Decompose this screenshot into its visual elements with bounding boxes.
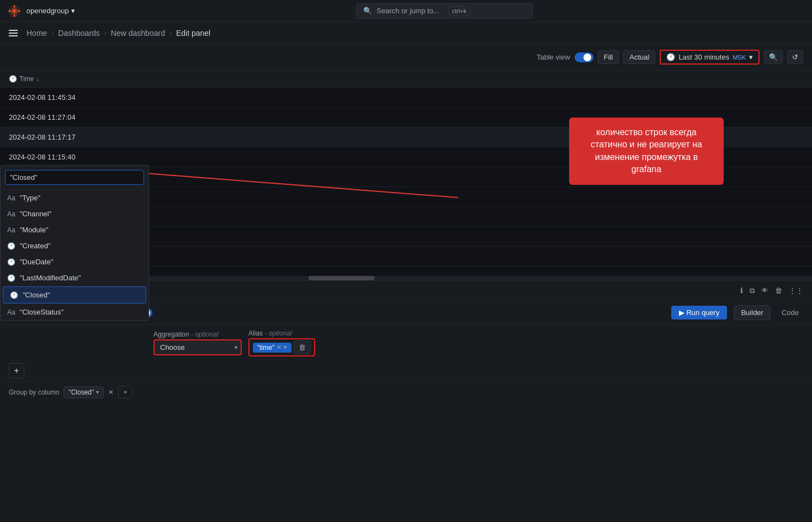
search-icon: 🔍 [363, 7, 372, 15]
main-area: Table view Fill Actual 🕐 Last 30 minutes… [0, 44, 812, 522]
text-icon: Aa [7, 210, 15, 218]
run-query-button[interactable]: ▶ Run query [671, 306, 728, 319]
clock-icon: 🕐 [7, 274, 15, 282]
svg-rect-3 [14, 5, 15, 8]
delete-icon[interactable]: 🗑 [775, 286, 782, 295]
breadcrumb-sep-1: › [51, 29, 54, 37]
svg-rect-4 [14, 14, 15, 17]
horizontal-scrollbar-thumb[interactable] [309, 276, 375, 280]
time-range-button[interactable]: 🕐 Last 30 minutes MSK ▾ [660, 50, 760, 65]
more-icon[interactable]: ⋮⋮ [789, 286, 803, 295]
dropdown-item-label: "Channel" [20, 210, 52, 218]
alias-clear-button[interactable]: ✕ [277, 344, 282, 351]
breadcrumb-home[interactable]: Home [26, 29, 47, 38]
breadcrumb-sep-2: › [104, 29, 107, 37]
dropdown-item-label: "Type" [20, 194, 40, 202]
zoom-out-button[interactable]: 🔍 [764, 50, 783, 64]
breadcrumb-sep-3: › [169, 29, 172, 37]
dropdown-item-closed[interactable]: 🕐 "Closed" [3, 286, 146, 303]
svg-rect-5 [8, 10, 11, 11]
breadcrumb-edit-panel: Edit panel [176, 29, 210, 38]
keyboard-shortcut: ctrl+k [448, 6, 471, 16]
eye-icon[interactable]: 👁 [761, 286, 768, 295]
time-cell: 2024-02-08 11:27:04 [9, 113, 76, 121]
table-header: 🕐 Time ↓ [0, 71, 812, 88]
table-view-label: Table view [537, 53, 570, 61]
breadcrumb-dashboards[interactable]: Dashboards [58, 29, 100, 38]
annotation-callout: количество строк всегда статично и не ре… [569, 118, 724, 185]
refresh-button[interactable]: ↺ [787, 50, 803, 64]
fill-button[interactable]: Fill [598, 50, 619, 64]
clock-header-icon: 🕐 [9, 75, 17, 83]
view-toolbar: Table view Fill Actual 🕐 Last 30 minutes… [0, 44, 812, 71]
alias-tag: "time" ✕ ▾ [253, 343, 291, 353]
dropdown-item-label: "LastModifiedDate" [20, 274, 81, 282]
actual-button[interactable]: Actual [623, 50, 655, 64]
copy-icon[interactable]: ⧉ [750, 286, 755, 295]
alias-label: Alias - optional [248, 329, 315, 337]
alias-delete-button[interactable]: 🗑 [294, 340, 311, 354]
aggregation-label: Aggregation - optional [153, 331, 242, 338]
dropdown-item-duedate[interactable]: 🕐 "DueDate" [1, 254, 148, 270]
clock-icon: 🕐 [10, 291, 18, 299]
clock-icon: 🕐 [666, 53, 675, 61]
code-button[interactable]: Code [777, 306, 803, 319]
menu-button[interactable] [9, 30, 18, 36]
alias-tag-text: "time" [257, 344, 274, 351]
builder-button[interactable]: Builder [734, 305, 770, 320]
bottom-panel: 🗄 Query 🔔 Alert 0 ⇄ Transform ℹ ⧉ 👁 🗑 ⋮⋮ [0, 280, 812, 522]
dropdown-item-created[interactable]: 🕐 "Created" [1, 238, 148, 254]
column-search-input[interactable] [5, 170, 144, 185]
timezone-label: MSK [733, 54, 746, 61]
text-icon: Aa [7, 308, 15, 316]
query-field-row: Aggregation - optional Choose Alias - op… [149, 325, 812, 361]
add-field-row: + [0, 361, 812, 381]
text-icon: Aa [7, 194, 15, 202]
callout-text: количество строк всегда статично и не ре… [591, 127, 702, 174]
aggregation-select[interactable]: Choose [153, 339, 242, 355]
text-icon: Aa [7, 226, 15, 234]
time-col-label: Time [19, 75, 34, 83]
dropdown-item-channel[interactable]: Aa "Channel" [1, 206, 148, 222]
group-tag-remove-button[interactable]: ✕ [108, 388, 114, 396]
info-icon[interactable]: ℹ [740, 286, 743, 295]
dropdown-item-label: "DueDate" [20, 258, 54, 266]
dropdown-search-area [1, 166, 148, 190]
clock-icon: 🕐 [7, 242, 15, 250]
dropdown-item-module[interactable]: Aa "Module" [1, 222, 148, 238]
time-column-header[interactable]: 🕐 Time ↓ [9, 75, 39, 83]
group-tag-text: "Closed" [68, 388, 94, 396]
clock-icon: 🕐 [7, 258, 15, 266]
search-placeholder: Search or jump to... [376, 7, 439, 15]
time-cell: 2024-02-08 11:15:40 [9, 153, 76, 161]
org-name[interactable]: openedgroup ▾ [26, 7, 75, 15]
dropdown-item-lastmodified[interactable]: 🕐 "LastModifiedDate" [1, 270, 148, 286]
group-tag-chevron[interactable]: ▾ [96, 389, 99, 395]
query-row-container: Aa "Type" Aa "Channel" Aa "Module" 🕐 "Cr… [0, 325, 812, 381]
dropdown-item-closestatus[interactable]: Aa "CloseStatus" [1, 304, 148, 320]
alias-group: Alias - optional "time" ✕ ▾ 🗑 [248, 329, 315, 356]
sort-icon: ↓ [36, 75, 39, 83]
chevron-down-icon: ▾ [749, 53, 753, 61]
breadcrumb-new-dashboard[interactable]: New dashboard [111, 29, 165, 38]
aggregation-group: Aggregation - optional Choose [153, 331, 242, 355]
alias-dropdown-button[interactable]: ▾ [284, 344, 287, 351]
time-range-text: Last 30 minutes [678, 53, 729, 61]
search-box[interactable]: 🔍 Search or jump to... ctrl+k [356, 3, 533, 19]
add-field-button[interactable]: + [9, 363, 24, 379]
table-row[interactable]: 2024-02-08 11:45:34 [0, 88, 812, 108]
dropdown-item-type[interactable]: Aa "Type" [1, 190, 148, 206]
column-dropdown: Aa "Type" Aa "Channel" Aa "Module" 🕐 "Cr… [0, 165, 149, 321]
dropdown-item-label: "Closed" [23, 291, 50, 299]
panel-tab-actions: ℹ ⧉ 👁 🗑 ⋮⋮ [740, 286, 803, 295]
search-area: 🔍 Search or jump to... ctrl+k [84, 3, 805, 19]
svg-rect-6 [18, 10, 20, 11]
group-by-label: Group by column [9, 388, 59, 396]
group-by-row: Group by column "Closed" ▾ ✕ + [0, 381, 812, 403]
add-group-button[interactable]: + [118, 386, 132, 398]
table-view-toggle[interactable] [575, 52, 593, 62]
aggregation-select-wrapper: Choose [153, 339, 242, 355]
breadcrumb-bar: Home › Dashboards › New dashboard › Edit… [0, 22, 812, 44]
top-bar: openedgroup ▾ 🔍 Search or jump to... ctr… [0, 0, 812, 22]
time-cell: 2024-02-08 11:45:34 [9, 93, 76, 102]
